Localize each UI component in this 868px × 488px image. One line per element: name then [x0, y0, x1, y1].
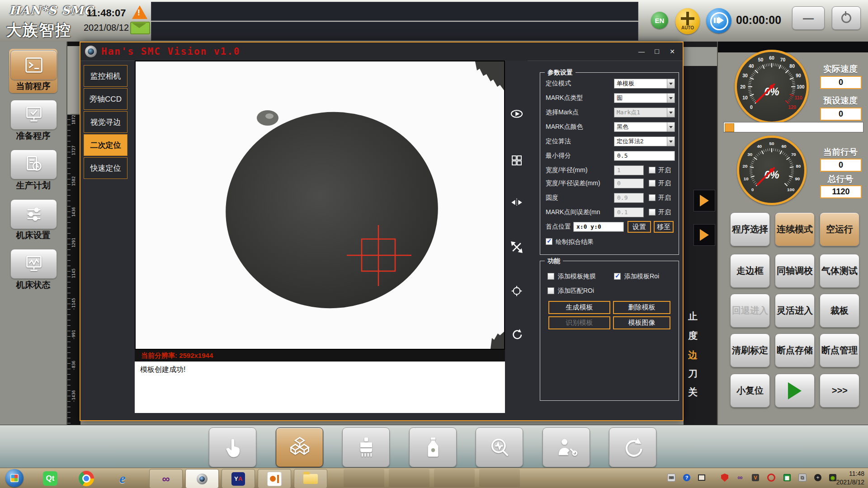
tab-quick-positioning[interactable]: 快速定位 [84, 157, 127, 179]
template-mask-checkbox[interactable] [547, 273, 554, 280]
dialog-minimize-button[interactable]: — [636, 47, 647, 56]
tab-secondary-positioning[interactable]: 二次定位 [84, 134, 127, 156]
ruler-value: 1291 [71, 229, 76, 256]
gas-test-button[interactable]: 气体测试 [820, 254, 859, 288]
match-roi-checkbox[interactable] [547, 287, 554, 294]
start-button[interactable] [5, 469, 24, 487]
language-button[interactable]: EN [651, 12, 668, 29]
maintenance-button[interactable] [542, 427, 590, 467]
occluded-arrow-button[interactable] [693, 224, 715, 246]
tab-side-axis-ccd[interactable]: 旁轴CCD [84, 88, 127, 110]
background-task-button[interactable] [344, 469, 384, 487]
task-hans-app[interactable]: YA [222, 469, 255, 488]
first-point-input[interactable]: x:0 y:0 [573, 222, 624, 232]
flip-vertical-icon[interactable] [509, 239, 525, 255]
grid-view-icon[interactable] [509, 152, 525, 169]
create-template-button[interactable]: 生成模板 [548, 301, 610, 314]
window-restore-icon[interactable] [698, 474, 706, 482]
diagnose-button[interactable] [476, 427, 523, 467]
material-library-button[interactable] [276, 427, 323, 467]
more-button[interactable]: >>> [820, 374, 859, 408]
panel-top-strip [718, 42, 868, 52]
taskbar-ie-icon[interactable]: e [114, 470, 131, 487]
help-icon[interactable]: ? [683, 474, 691, 482]
slider-knob[interactable] [725, 123, 734, 132]
task-vision-app[interactable] [185, 469, 219, 488]
mcafee-shield-icon[interactable] [721, 474, 729, 482]
occluded-text: 止 [688, 310, 715, 323]
positioning-mode-dropdown[interactable]: 单模板 [614, 79, 675, 89]
dialog-maximize-button[interactable]: □ [651, 47, 663, 56]
taskbar-chrome-icon[interactable] [78, 470, 95, 487]
background-task-button[interactable] [389, 469, 429, 487]
sidebar-item-current-program[interactable]: 当前程序 [9, 49, 57, 93]
background-task-button[interactable] [479, 469, 520, 487]
mark-color-dropdown[interactable]: 黑色 [614, 122, 675, 132]
breakpoint-manage-button[interactable]: 断点管理 [820, 333, 859, 367]
mark-gap-enable-checkbox[interactable] [649, 209, 656, 216]
tab-vision-edge-finding[interactable]: 视觉寻边 [84, 111, 127, 133]
dialog-title-bar[interactable]: Han's SMC Vision v1.0 — □ ✕ [80, 42, 683, 61]
reset-button[interactable] [609, 427, 656, 467]
message-envelope-icon[interactable] [130, 22, 150, 34]
program-select-button[interactable]: 程序选择 [730, 212, 770, 246]
taskbar-qt-icon[interactable]: Qt [42, 470, 59, 487]
rotate-reset-icon[interactable] [509, 326, 525, 343]
task-visual-studio[interactable]: ∞ [149, 469, 183, 488]
roundness-enable-checkbox[interactable] [649, 194, 656, 201]
mark-type-dropdown[interactable]: 圆 [614, 93, 675, 103]
window-minimize-button[interactable]: — [792, 6, 825, 30]
coaxial-calibration-button[interactable]: 同轴调校 [775, 254, 815, 288]
cut-board-button[interactable]: 裁板 [820, 294, 859, 328]
dry-run-button[interactable]: 空运行 [820, 212, 859, 246]
progress-gauge: 0% 0102030405060708090100 [737, 136, 807, 205]
width-error-enable-checkbox[interactable] [649, 180, 656, 187]
keyboard-icon[interactable]: ⌨ [667, 474, 675, 482]
auto-mode-button[interactable]: AUTO [675, 8, 700, 34]
small-reset-button[interactable]: 小复位 [730, 374, 770, 408]
delete-template-button[interactable]: 删除模板 [613, 301, 670, 314]
copy-stack-icon[interactable]: ⧉ [798, 474, 807, 482]
taskbar-date: 2021/8/12 [815, 478, 864, 487]
svg-text:80: 80 [796, 164, 801, 169]
cycle-pause-play-button[interactable] [706, 8, 731, 33]
goto-button[interactable]: 移至 [654, 221, 674, 233]
lubrication-button[interactable] [409, 427, 457, 467]
sidebar-item-machine-status[interactable]: 机床状态 [9, 248, 57, 292]
speed-override-slider[interactable] [723, 122, 863, 132]
clean-brush-button[interactable] [342, 427, 390, 467]
flip-horizontal-icon[interactable] [509, 194, 525, 211]
positioning-algorithm-dropdown[interactable]: 定位算法2 [614, 136, 675, 146]
v-app-tray-icon[interactable]: V [751, 474, 760, 482]
visual-studio-tray-icon[interactable]: ∞ [736, 474, 744, 482]
green-grid-icon[interactable]: ▦ [783, 474, 791, 482]
target-icon[interactable] [509, 283, 525, 299]
task-file-explorer[interactable] [294, 469, 327, 488]
brush-calibration-button[interactable]: 清刷标定 [730, 333, 770, 367]
min-score-input[interactable]: 0.5 [614, 151, 675, 161]
camera-play-icon[interactable] [509, 106, 525, 122]
ruler-value: -991 [71, 321, 76, 348]
record-ring-icon[interactable] [767, 474, 775, 482]
camera-image-view[interactable] [135, 61, 505, 350]
width-enable-checkbox[interactable] [649, 167, 656, 174]
continuous-mode-button[interactable]: 连续模式 [775, 212, 815, 246]
sidebar-item-machine-settings[interactable]: 机床设置 [9, 198, 57, 242]
touch-mode-button[interactable] [209, 427, 256, 467]
dialog-close-button[interactable]: ✕ [666, 47, 678, 56]
trace-frame-button[interactable]: 走边框 [730, 254, 770, 288]
draw-fit-checkbox[interactable] [546, 238, 552, 245]
task-presentation-app[interactable] [258, 469, 291, 488]
template-roi-checkbox[interactable] [614, 273, 621, 280]
sidebar-item-prepare-program[interactable]: 准备程序 [9, 99, 57, 143]
flexible-entry-button[interactable]: 灵活进入 [775, 294, 815, 328]
breakpoint-save-button[interactable]: 断点存储 [775, 333, 815, 367]
template-image-button[interactable]: 模板图像 [613, 316, 670, 329]
set-button[interactable]: 设置 [627, 221, 651, 233]
background-task-button[interactable] [434, 469, 475, 487]
start-button[interactable] [775, 374, 815, 408]
power-button[interactable] [832, 6, 861, 30]
occluded-arrow-button[interactable] [693, 190, 715, 211]
tab-monitor-camera[interactable]: 监控相机 [84, 65, 127, 87]
sidebar-item-production-plan[interactable]: 生产计划 [9, 148, 57, 192]
